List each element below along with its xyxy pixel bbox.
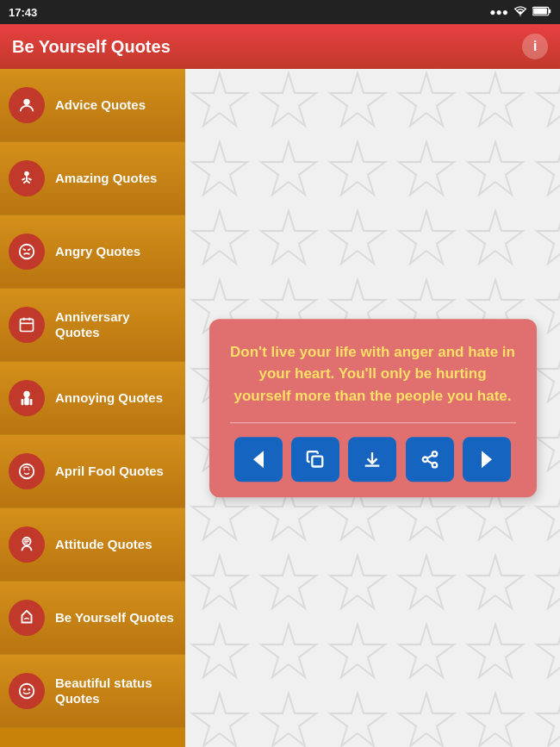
- quote-text: Don't live your life with anger and hate…: [230, 341, 516, 408]
- anniversary-icon: [9, 307, 45, 343]
- attitude-icon: [9, 526, 45, 563]
- download-button[interactable]: [348, 437, 396, 482]
- sidebar-label-beyourself: Be Yourself Quotes: [55, 610, 174, 626]
- aprilfool-icon: [9, 453, 45, 489]
- status-time: 17:43: [9, 6, 37, 19]
- signal-icon: ●●●: [489, 6, 508, 18]
- svg-rect-14: [22, 399, 24, 405]
- app-bar: Be Yourself Quotes i: [0, 24, 560, 69]
- main-layout: Advice QuotesAmazing QuotesAngry QuotesA…: [0, 69, 560, 747]
- quote-divider: [230, 422, 516, 423]
- svg-point-20: [20, 684, 34, 699]
- sidebar-label-attitude: Attitude Quotes: [55, 537, 152, 552]
- svg-line-30: [427, 461, 432, 464]
- sidebar-label-angry: Angry Quotes: [55, 244, 140, 259]
- sidebar-item-annoying[interactable]: Annoying Quotes: [0, 362, 185, 435]
- sidebar-item-aprilfool[interactable]: April Fool Quotes: [0, 435, 185, 508]
- svg-line-6: [28, 178, 32, 180]
- svg-marker-25: [253, 451, 264, 468]
- info-button[interactable]: i: [522, 34, 548, 59]
- svg-point-16: [20, 464, 34, 479]
- next-button[interactable]: [463, 437, 511, 482]
- sidebar-item-advice[interactable]: Advice Quotes: [0, 69, 185, 142]
- sidebar-label-anniversary: Anniversary Quotes: [55, 309, 177, 340]
- sidebar-item-amazing[interactable]: Amazing Quotes: [0, 142, 185, 215]
- svg-rect-13: [24, 397, 29, 405]
- sidebar-item-anniversary[interactable]: Anniversary Quotes: [0, 289, 185, 362]
- share-button[interactable]: [406, 437, 454, 482]
- content-area: Don't live your life with anger and hate…: [185, 69, 560, 747]
- svg-point-18: [28, 469, 30, 470]
- svg-point-29: [432, 463, 438, 468]
- sidebar-item-attitude[interactable]: Attitude Quotes: [0, 508, 185, 582]
- beautiful-icon: [9, 673, 45, 709]
- sidebar-label-advice: Advice Quotes: [55, 97, 146, 113]
- sidebar-label-amazing: Amazing Quotes: [55, 171, 157, 186]
- prev-button[interactable]: [234, 437, 283, 482]
- svg-rect-2: [533, 8, 547, 14]
- svg-point-3: [23, 99, 29, 105]
- annoying-icon: [9, 380, 45, 416]
- svg-line-31: [427, 455, 432, 458]
- svg-point-12: [23, 391, 29, 397]
- svg-rect-15: [30, 399, 33, 405]
- svg-point-28: [423, 458, 428, 463]
- battery-icon: [532, 6, 551, 19]
- status-bar: 17:43 ●●●: [0, 0, 560, 24]
- beyourself-icon: [9, 600, 45, 636]
- sidebar-item-angry[interactable]: Angry Quotes: [0, 215, 185, 289]
- copy-button[interactable]: [291, 437, 339, 482]
- sidebar-item-beautiful[interactable]: Beautiful status Quotes: [0, 655, 185, 728]
- sidebar: Advice QuotesAmazing QuotesAngry QuotesA…: [0, 69, 185, 747]
- angry-icon: [9, 233, 45, 270]
- svg-rect-26: [312, 457, 322, 467]
- svg-line-5: [22, 178, 26, 180]
- svg-marker-32: [482, 451, 492, 468]
- svg-rect-8: [21, 319, 34, 331]
- quote-actions: [230, 437, 516, 482]
- status-icons: ●●●: [489, 6, 551, 19]
- quote-card: Don't live your life with anger and hate…: [209, 319, 537, 498]
- svg-point-22: [28, 688, 30, 691]
- svg-point-17: [23, 469, 25, 470]
- sidebar-label-annoying: Annoying Quotes: [55, 390, 163, 406]
- sidebar-label-beautiful: Beautiful status Quotes: [55, 675, 177, 707]
- svg-point-4: [24, 171, 29, 177]
- sidebar-label-aprilfool: April Fool Quotes: [55, 464, 164, 479]
- advice-icon: [9, 87, 45, 123]
- svg-rect-1: [549, 9, 551, 13]
- sidebar-item-beyourself[interactable]: Be Yourself Quotes: [0, 582, 185, 655]
- svg-point-21: [23, 688, 26, 691]
- wifi-icon: [513, 6, 527, 19]
- info-icon: i: [533, 38, 538, 55]
- app-title: Be Yourself Quotes: [12, 37, 171, 57]
- amazing-icon: [9, 160, 45, 196]
- svg-point-7: [20, 245, 34, 259]
- svg-point-27: [432, 451, 438, 457]
